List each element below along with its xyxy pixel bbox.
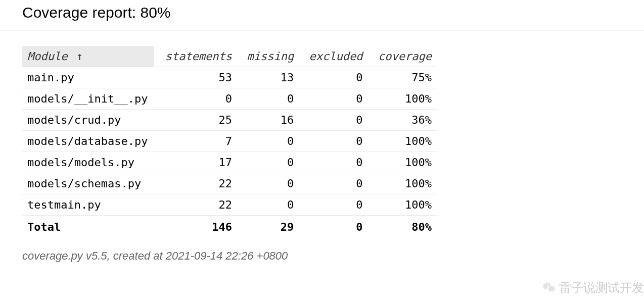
- coverage-cell: 100%: [368, 131, 437, 152]
- module-cell: main.py: [22, 67, 154, 88]
- statements-cell: 53: [154, 67, 237, 88]
- coverage-cell: 36%: [368, 110, 437, 131]
- table-row: main.py5313075%: [22, 67, 437, 88]
- page-title: Coverage report: 80%: [22, 4, 622, 21]
- column-header-statements[interactable]: statements: [154, 46, 237, 67]
- table-header-row: Module ↑ statements missing excluded cov…: [22, 46, 437, 67]
- statements-cell: 22: [154, 173, 237, 194]
- missing-cell: 16: [237, 110, 299, 131]
- module-cell: models/models.py: [22, 152, 154, 173]
- column-label: Module: [27, 50, 67, 63]
- excluded-cell: 0: [299, 194, 367, 216]
- module-link[interactable]: models/models.py: [27, 156, 134, 169]
- coverage-cell: 100%: [368, 88, 437, 110]
- missing-cell: 13: [237, 67, 299, 88]
- column-header-missing[interactable]: missing: [237, 46, 299, 67]
- module-link[interactable]: testmain.py: [27, 198, 101, 211]
- module-link[interactable]: main.py: [27, 71, 74, 84]
- missing-cell: 0: [237, 88, 299, 110]
- report-header: Coverage report: 80%: [0, 0, 644, 31]
- statements-cell: 22: [154, 194, 237, 216]
- module-link[interactable]: models/schemas.py: [27, 177, 141, 190]
- table-row: models/database.py700100%: [22, 131, 437, 152]
- excluded-cell: 0: [299, 152, 367, 173]
- table-total-row: Total 146 29 0 80%: [22, 216, 437, 238]
- coverage-cell: 100%: [368, 194, 437, 216]
- total-statements: 146: [154, 216, 237, 238]
- module-cell: models/schemas.py: [22, 173, 154, 194]
- module-cell: models/__init__.py: [22, 88, 154, 110]
- excluded-cell: 0: [299, 110, 367, 131]
- missing-cell: 0: [237, 131, 299, 152]
- module-link[interactable]: models/crud.py: [27, 114, 121, 126]
- excluded-cell: 0: [299, 173, 367, 194]
- table-row: models/models.py1700100%: [22, 152, 437, 173]
- report-content: Module ↑ statements missing excluded cov…: [0, 31, 644, 237]
- excluded-cell: 0: [299, 67, 367, 88]
- statements-cell: 25: [154, 110, 237, 131]
- module-cell: testmain.py: [22, 194, 154, 216]
- table-row: models/__init__.py000100%: [22, 88, 437, 110]
- module-cell: models/crud.py: [22, 110, 154, 131]
- table-row: models/crud.py2516036%: [22, 110, 437, 131]
- excluded-cell: 0: [299, 131, 367, 152]
- statements-cell: 0: [154, 88, 237, 110]
- missing-cell: 0: [237, 194, 299, 216]
- coverage-table: Module ↑ statements missing excluded cov…: [22, 46, 437, 237]
- sort-ascending-icon: ↑: [76, 50, 83, 63]
- table-row: models/schemas.py2200100%: [22, 173, 437, 194]
- coverage-cell: 75%: [368, 67, 437, 88]
- table-row: testmain.py2200100%: [22, 194, 437, 216]
- missing-cell: 0: [237, 173, 299, 194]
- module-cell: models/database.py: [22, 131, 154, 152]
- report-footer: coverage.py v5.5, created at 2021-09-14 …: [0, 237, 644, 275]
- column-header-excluded[interactable]: excluded: [299, 46, 367, 67]
- excluded-cell: 0: [299, 88, 367, 110]
- total-label: Total: [22, 216, 154, 238]
- coverage-cell: 100%: [368, 152, 437, 173]
- module-link[interactable]: models/__init__.py: [27, 92, 148, 105]
- coverage-cell: 100%: [368, 173, 437, 194]
- missing-cell: 0: [237, 152, 299, 173]
- statements-cell: 17: [154, 152, 237, 173]
- total-missing: 29: [237, 216, 299, 238]
- column-header-coverage[interactable]: coverage: [368, 46, 437, 67]
- module-link[interactable]: models/database.py: [27, 135, 148, 147]
- statements-cell: 7: [154, 131, 237, 152]
- column-header-module[interactable]: Module ↑: [22, 46, 154, 67]
- total-excluded: 0: [299, 216, 367, 238]
- total-coverage: 80%: [368, 216, 437, 238]
